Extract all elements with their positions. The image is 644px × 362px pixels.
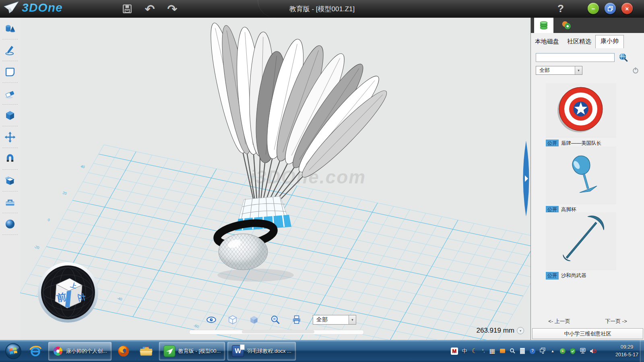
visibility-button[interactable] [206,315,217,325]
tool-toolbox[interactable] [0,191,20,213]
tool-eraser[interactable] [0,83,20,105]
tray-ime-icon[interactable]: 中 [461,348,468,355]
library-filter-row: 全部 ▾ [536,66,640,75]
search-input[interactable] [536,53,615,62]
next-page-link[interactable]: 下一页 -> [605,318,627,325]
library-local-tab[interactable] [534,18,553,33]
folder-icon [139,344,153,358]
search-globe-icon[interactable] [618,52,628,63]
grid-label: -60 [193,323,199,329]
system-tray: M 中 ☾ °, ▦ ? ▲ [451,340,597,362]
library-mode-bar [531,18,644,33]
tool-special-features[interactable] [0,170,20,191]
sketch-pen-icon [4,45,16,56]
shaded-cube-icon [249,315,259,325]
tray-help-icon[interactable]: ? [529,348,536,355]
zoom-button[interactable] [270,315,281,325]
minimize-button[interactable]: − [588,3,599,14]
cube-icon [4,110,16,121]
chevron-down-icon: ▾ [349,315,356,324]
wireframe-display-button[interactable] [227,315,238,325]
clock-time: 09:29 [615,343,638,351]
view-cube[interactable]: 上 前 左 [37,261,99,323]
help-button[interactable]: ? [554,2,568,15]
model-thumbnail-shield[interactable] [546,83,616,138]
viewport-toolbar: 全部 ▾ [206,315,356,325]
eraser-icon [4,88,16,99]
tray-hidden-icons-arrow[interactable]: ▲ [549,348,556,355]
3done-app-window: 3DOne ↶ ↷ 教育版 - [模型001.Z1] ? − [0,0,644,362]
sphere-icon [4,218,16,230]
tray-maxthon-icon[interactable]: M [451,348,458,355]
tray-paint-icon[interactable] [499,348,506,355]
tool-sketch-plane[interactable] [0,61,20,83]
tray-document-icon[interactable] [519,348,526,355]
toolbox-icon [4,197,16,208]
model-thumbnail-goblet[interactable] [546,146,616,204]
viewport-scrollbar-thumb[interactable] [242,330,314,333]
tray-keyboard-icon[interactable]: ▦ [489,348,496,355]
show-desktop-button[interactable] [640,340,644,362]
view-cube-front-label: 前 [56,291,67,304]
taskbar-button-3done[interactable]: 教育版 - [模型00... [159,342,225,360]
power-refresh-icon[interactable] [632,66,640,74]
taskbar-clock[interactable]: 09:29 2016-5-17 [615,340,638,362]
tray-ime-mode-icon[interactable]: °, [481,348,486,355]
panel-collapse-handle[interactable] [522,141,530,216]
model-name[interactable]: 沙和尚武器 [561,272,586,279]
measurement-readout: 263.919 mm ▾ [477,327,524,335]
tool-sketch-draw[interactable] [0,39,20,61]
tray-network-icon[interactable] [579,348,586,355]
model-thumbnail-weapon[interactable] [546,212,616,270]
shaded-display-button[interactable] [249,315,259,325]
tray-shield-icon[interactable] [569,348,576,355]
tab-local-disk[interactable]: 本地磁盘 [531,36,563,47]
public-badge[interactable]: 公开 [546,272,559,280]
library-panel: 本地磁盘 社区精选 康小帅 全部 ▾ [530,18,644,340]
print-button[interactable] [291,315,302,325]
tray-moon-icon[interactable]: ☾ [471,348,478,355]
tab-user-kangxiaoshuai[interactable]: 康小帅 [595,35,624,48]
model-card-goblet: 公开 高脚杯 [546,146,616,214]
taskbar-button-word[interactable]: W 羽毛球教程.docx ... [227,342,296,360]
left-toolbar [0,18,21,340]
tab-community-featured[interactable]: 社区精选 [563,36,595,47]
tray-display-switch-icon[interactable] [539,348,546,355]
viewport-scrollbar[interactable] [189,330,364,335]
display-filter-value: 全部 [313,316,349,323]
grid-label: 20 [62,191,67,195]
titlebar: 3DOne ↶ ↷ 教育版 - [模型001.Z1] ? − [0,0,644,18]
window-title: 教育版 - [模型001.Z1] [0,4,644,14]
window-controls: − × [588,3,633,14]
tool-primitives[interactable] [0,18,20,39]
tool-sphere[interactable] [0,213,20,235]
start-orb-icon [5,343,22,360]
measurement-dropdown-icon[interactable]: ▾ [517,327,524,334]
prev-page-link[interactable]: <- 上一页 [548,318,570,325]
sketch-plane-icon [4,66,16,78]
measurement-value: 263.919 mm [477,327,515,335]
tool-extrude-cube[interactable] [0,105,20,126]
category-filter-dropdown[interactable]: 全部 ▾ [536,66,582,75]
library-source-tabs: 本地磁盘 社区精选 康小帅 [531,35,644,47]
community-site-button[interactable]: 中小学三维创意社区 [532,328,643,339]
model-name[interactable]: 盾牌——美国队长 [561,140,601,147]
model-card-shield: 公开 盾牌——美国队长 [546,83,616,147]
tray-360-safe-icon[interactable]: + [559,348,566,355]
taskbar-ie-icon[interactable] [25,342,46,360]
tray-volume-muted-icon[interactable] [589,348,597,355]
open-box-icon [4,175,16,186]
tool-magnet-align[interactable] [0,148,20,170]
start-button[interactable] [3,341,23,361]
taskbar-button-label: 康小帅的个人创... [66,348,107,355]
zoom-icon [270,315,281,325]
tool-move[interactable] [0,126,20,148]
display-filter-dropdown[interactable]: 全部 ▾ [313,315,356,325]
taskbar-button-browser-kangxiaoshuai[interactable]: 康小帅的个人创... [48,342,111,360]
library-community-tab[interactable] [557,18,576,33]
close-button[interactable]: × [621,3,633,14]
taskbar-firefox-icon[interactable] [113,342,134,360]
restore-button[interactable] [605,3,616,14]
tray-search-doc-icon[interactable] [509,348,516,355]
taskbar-explorer-icon[interactable] [136,342,157,360]
